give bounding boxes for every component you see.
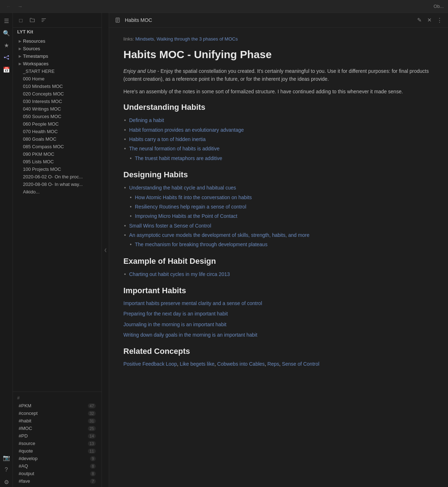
calendar-icon[interactable]: 📅	[1, 65, 11, 75]
list-item: How Atomic Habits fit into the conversat…	[123, 193, 434, 202]
list-link-1-2[interactable]: Resiliency Routines help regain a sense …	[135, 204, 246, 210]
tree-item-020-concepts-moc[interactable]: 020 Concepts MOC	[14, 90, 100, 98]
back-button[interactable]: ←	[4, 2, 13, 11]
doc-list-1: Understanding the habit cycle and habitu…	[123, 183, 434, 249]
tree-item-030-interests-moc[interactable]: 030 Interests MOC	[14, 98, 100, 105]
help-icon[interactable]: ?	[1, 465, 11, 475]
inline-link-0[interactable]: Positive Feedback Loop	[123, 361, 177, 367]
inline-link-2[interactable]: Cobwebs into Cables	[217, 361, 265, 367]
tree-item-start-here[interactable]: _START HERE	[14, 67, 100, 75]
tag-item-PD[interactable]: #PD14	[14, 432, 100, 440]
tag-item-fave[interactable]: #fave7	[14, 477, 100, 485]
tree-item-label: 2020-08-08 O- In what way...	[23, 182, 83, 187]
list-link-1-6[interactable]: The mechanism for breaking through devel…	[135, 242, 268, 247]
tag-item-PKM[interactable]: #PKM47	[14, 402, 100, 409]
tag-item-concept[interactable]: #concept32	[14, 409, 100, 417]
plain-link-1[interactable]: Preparing for the next day is an importa…	[123, 311, 228, 317]
tree-item-070-health-moc[interactable]: 070 Health MOC	[14, 128, 100, 135]
header-actions: ✎ ✕ ⋮	[415, 16, 444, 24]
tree-item-085-compass-moc[interactable]: 085 Compass MOC	[14, 143, 100, 150]
graph-icon[interactable]	[1, 52, 11, 62]
tag-count: 31	[88, 418, 96, 423]
inline-links-container: Positive Feedback Loop, Like begets like…	[123, 360, 434, 369]
tag-item-habit[interactable]: #habit31	[14, 417, 100, 425]
tree-item-label: Workspaces	[23, 61, 48, 66]
new-folder-icon[interactable]	[28, 16, 37, 24]
tag-item-MOC[interactable]: #MOC25	[14, 425, 100, 432]
tag-item-source[interactable]: #source13	[14, 440, 100, 447]
tree-item-2020-06-02-o--on-the-proc[interactable]: 2020-06-02 O- On the proc...	[14, 173, 100, 181]
tag-item-quote[interactable]: #quote11	[14, 447, 100, 455]
tree-item-label: Timestamps	[23, 53, 48, 59]
new-note-icon[interactable]: □	[16, 16, 25, 24]
sort-icon[interactable]	[39, 16, 48, 24]
plain-link-3[interactable]: Writing down daily goals in the morning …	[123, 332, 257, 338]
list-link-1-4[interactable]: Small Wins foster a Sense of Control	[129, 223, 211, 229]
mindsets-link[interactable]: Mindsets	[135, 36, 154, 42]
plain-link-container: Important habits preserve mental clarity…	[123, 299, 434, 308]
tree-item-050-sources-moc[interactable]: 050 Sources MOC	[14, 113, 100, 120]
edit-button[interactable]: ✎	[415, 16, 424, 24]
more-options-button[interactable]: ⋮	[435, 16, 444, 24]
list-link-1-1[interactable]: How Atomic Habits fit into the conversat…	[135, 195, 252, 200]
plain-link-2[interactable]: Journaling in the morning is an importan…	[123, 322, 226, 327]
tree-item-label: 090 PKM MOC	[23, 151, 54, 157]
tree-item-resources[interactable]: ▶Resources	[14, 37, 100, 45]
tree-item-aikido[interactable]: Aikido...	[14, 188, 100, 196]
list-link-0-0[interactable]: Defining a habit	[129, 117, 164, 123]
icon-rail: ☰ 🔍 ★ 📅 📷 ? ⚙	[0, 13, 13, 487]
intro-text: - Enjoy the spatial constellation you cr…	[123, 68, 429, 82]
tree-item-080-goals-moc[interactable]: 080 Goals MOC	[14, 135, 100, 143]
tag-count: 25	[88, 426, 96, 431]
tag-item-AQ[interactable]: #AQ8	[14, 462, 100, 470]
tree-item-sources[interactable]: ▶Sources	[14, 45, 100, 52]
settings-icon[interactable]: ⚙	[1, 477, 11, 487]
phases-link[interactable]: Walking through the 3 phases of MOCs	[157, 36, 238, 42]
tree-item-timestamps[interactable]: ▶Timestamps	[14, 52, 100, 60]
list-item: Resiliency Routines help regain a sense …	[123, 202, 434, 211]
tree-item-100-projects-moc[interactable]: 100 Projects MOC	[14, 165, 100, 173]
tree-item-090-pkm-moc[interactable]: 090 PKM MOC	[14, 150, 100, 158]
close-button[interactable]: ✕	[425, 16, 434, 24]
list-link-1-0[interactable]: Understanding the habit cycle and habitu…	[129, 185, 236, 191]
files-icon[interactable]: ☰	[1, 16, 11, 26]
tree-item-040-writings-moc[interactable]: 040 Writings MOC	[14, 105, 100, 113]
list-item: Improving Micro Habits at the Point of C…	[123, 211, 434, 221]
forward-button[interactable]: →	[16, 2, 24, 11]
inline-link-3[interactable]: Reps	[268, 361, 279, 367]
tag-count: 47	[88, 403, 96, 408]
tree-item-label: 050 Sources MOC	[23, 114, 61, 119]
inline-link-1[interactable]: Like begets like	[180, 361, 214, 367]
tree-item-workspaces[interactable]: ▶Workspaces	[14, 60, 100, 67]
tag-item-output[interactable]: #output8	[14, 470, 100, 477]
content-area: links: Mindsets, Walking through the 3 p…	[109, 28, 448, 487]
photos-icon[interactable]: 📷	[1, 453, 11, 463]
tag-label: #PD	[19, 433, 28, 439]
tree-item-2020-08-08-o--in-what-way[interactable]: 2020-08-08 O- In what way...	[14, 181, 100, 188]
tree-item-000-home[interactable]: 000 Home	[14, 75, 100, 83]
collapse-sidebar-button[interactable]: ❮	[102, 13, 109, 487]
tag-item-develop[interactable]: #develop9	[14, 455, 100, 462]
sidebar-header: □	[13, 13, 102, 28]
list-link-0-3[interactable]: The neural formation of habits is additi…	[129, 146, 220, 151]
list-link-0-2[interactable]: Habits carry a ton of hidden inertia	[129, 136, 206, 142]
list-link-2-0[interactable]: Charting out habit cycles in my life cir…	[129, 271, 230, 277]
list-link-0-4[interactable]: The truest habit metaphors are additive	[135, 155, 222, 161]
intro-paragraph: Enjoy and Use - Enjoy the spatial conste…	[123, 67, 434, 83]
tree-item-label: 000 Home	[23, 76, 44, 81]
main-panel: Habits MOC ✎ ✕ ⋮ links: Mindsets, Walkin…	[109, 13, 448, 487]
plain-link-0[interactable]: Important habits preserve mental clarity…	[123, 300, 262, 306]
list-link-1-5[interactable]: An asymptotic curve models the developme…	[129, 232, 310, 238]
tree-item-095-lists-moc[interactable]: 095 Lists MOC	[14, 158, 100, 165]
list-link-0-1[interactable]: Habit formation provides an evolutionary…	[129, 127, 244, 133]
search-icon[interactable]: 🔍	[1, 28, 11, 38]
main-header: Habits MOC ✎ ✕ ⋮	[109, 13, 448, 28]
plain-link-container: Writing down daily goals in the morning …	[123, 331, 434, 340]
starred-icon[interactable]: ★	[1, 40, 11, 50]
list-link-1-3[interactable]: Improving Micro Habits at the Point of C…	[135, 213, 237, 219]
tree-item-060-people-moc[interactable]: 060 People MOC	[14, 120, 100, 128]
inline-link-4[interactable]: Sense of Control	[282, 361, 319, 367]
section-heading-0: Understanding Habits	[123, 103, 434, 112]
body-paragraph: Here's an assembly of the notes in some …	[123, 88, 434, 95]
tree-item-010-mindsets-moc[interactable]: 010 Mindsets MOC	[14, 83, 100, 90]
